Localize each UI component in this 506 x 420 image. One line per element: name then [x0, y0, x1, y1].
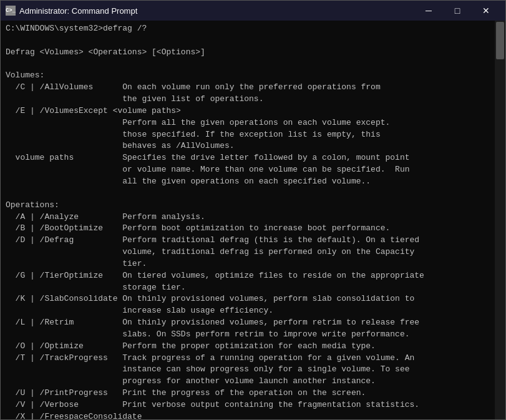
window-title: Administrator: Command Prompt: [19, 6, 414, 16]
minimize-button[interactable]: ─: [414, 1, 443, 21]
window: C>_ Administrator: Command Prompt ─ □ ✕ …: [0, 0, 506, 420]
scrollbar-thumb[interactable]: [496, 22, 504, 59]
maximize-button[interactable]: □: [443, 1, 472, 21]
window-controls: ─ □ ✕: [414, 1, 500, 21]
scrollbar-area: C:\WINDOWS\system32>defrag /? Defrag <Vo…: [1, 21, 505, 419]
close-button[interactable]: ✕: [472, 1, 500, 21]
app-icon: C>_: [6, 6, 16, 16]
console-output: C:\WINDOWS\system32>defrag /? Defrag <Vo…: [1, 21, 495, 419]
scrollbar[interactable]: [495, 21, 505, 419]
title-bar: C>_ Administrator: Command Prompt ─ □ ✕: [1, 1, 505, 21]
